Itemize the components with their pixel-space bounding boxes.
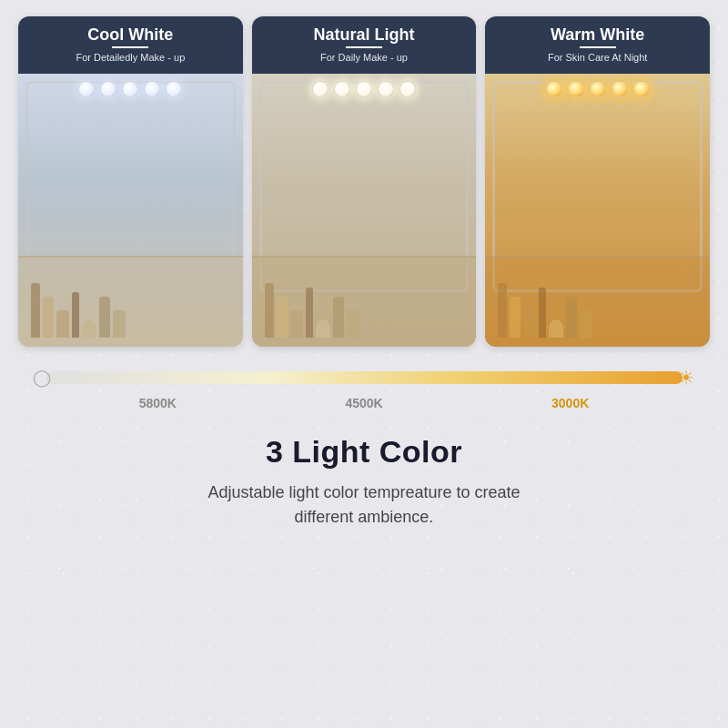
warm-white-image xyxy=(485,74,710,347)
warm-white-title: Warm White xyxy=(492,25,703,45)
product xyxy=(43,297,54,338)
warm-products xyxy=(494,265,701,338)
cool-products xyxy=(27,265,234,338)
product xyxy=(498,283,507,338)
natural-scene xyxy=(252,74,477,347)
slider-track-wrapper[interactable]: ◯ ☀ xyxy=(46,365,682,390)
cool-white-underline xyxy=(112,46,148,48)
product xyxy=(265,283,274,338)
bulb xyxy=(356,81,372,97)
product xyxy=(580,310,592,338)
bulb xyxy=(378,81,394,97)
warm-vanity-table xyxy=(485,256,710,347)
product xyxy=(99,297,110,338)
product xyxy=(56,310,69,338)
product xyxy=(72,292,79,338)
bulb xyxy=(590,81,606,97)
warm-light-icon: ☀ xyxy=(678,367,694,389)
product xyxy=(113,310,126,338)
product xyxy=(549,319,563,338)
product xyxy=(277,297,288,338)
card-header-cool: Cool White For Detailedly Make - up xyxy=(18,16,243,74)
bulb xyxy=(78,81,95,97)
product xyxy=(306,288,313,338)
page-wrapper: Cool White For Detailedly Make - up xyxy=(0,0,728,728)
cool-vanity-table xyxy=(18,256,243,347)
bulb xyxy=(100,81,116,97)
cool-bulbs xyxy=(78,81,182,97)
bulb xyxy=(334,81,350,97)
cool-white-image xyxy=(18,74,243,347)
product xyxy=(290,310,303,338)
cards-row: Cool White For Detailedly Make - up xyxy=(18,16,710,347)
card-natural-light: Natural Light For Daily Make - up xyxy=(252,16,477,347)
kelvin-4500: 4500K xyxy=(261,396,468,410)
bulb xyxy=(166,81,182,97)
cool-light-icon: ◯ xyxy=(33,368,51,388)
bulb xyxy=(612,81,628,97)
slider-section: ◯ ☀ 5800K 4500K 3000K xyxy=(18,365,710,410)
product xyxy=(31,283,40,338)
kelvin-3000: 3000K xyxy=(467,396,673,410)
cool-scene xyxy=(18,74,243,347)
warm-scene xyxy=(485,74,710,347)
subtitle: Adjustable light color tempreature to cr… xyxy=(36,480,692,530)
bulb xyxy=(144,81,160,97)
bulb xyxy=(399,81,416,97)
product xyxy=(82,319,96,338)
natural-light-underline xyxy=(346,46,382,48)
bulb xyxy=(546,81,562,97)
natural-products xyxy=(261,265,468,338)
product xyxy=(566,297,577,338)
product xyxy=(523,310,536,338)
natural-bulbs xyxy=(312,81,416,97)
subtitle-line1: Adjustable light color tempreature to cr… xyxy=(207,483,520,501)
bulb xyxy=(568,81,584,97)
kelvin-labels: 5800K 4500K 3000K xyxy=(46,390,682,410)
natural-light-title: Natural Light xyxy=(259,25,470,45)
product xyxy=(510,297,521,338)
warm-white-underline xyxy=(580,46,616,48)
bulb xyxy=(312,81,329,97)
card-cool-white: Cool White For Detailedly Make - up xyxy=(18,16,243,347)
bulb xyxy=(633,81,650,97)
bulb xyxy=(122,81,138,97)
cool-white-title: Cool White xyxy=(25,25,236,45)
slider-track[interactable]: ◯ ☀ xyxy=(46,371,682,384)
warm-white-subtitle: For Skin Care At Night xyxy=(492,52,703,63)
card-header-warm: Warm White For Skin Care At Night xyxy=(485,16,710,74)
kelvin-5800: 5800K xyxy=(55,396,261,410)
card-header-natural: Natural Light For Daily Make - up xyxy=(252,16,477,74)
natural-vanity-table xyxy=(252,256,477,347)
subtitle-line2: different ambience. xyxy=(295,508,434,526)
natural-light-image xyxy=(252,74,477,347)
cool-white-subtitle: For Detailedly Make - up xyxy=(25,52,236,63)
product xyxy=(333,297,344,338)
card-warm-white: Warm White For Skin Care At Night xyxy=(485,16,710,347)
natural-light-subtitle: For Daily Make - up xyxy=(259,52,470,63)
main-title: 3 Light Color xyxy=(36,434,692,470)
product xyxy=(539,288,546,338)
warm-bulbs xyxy=(546,81,650,97)
product xyxy=(316,319,330,338)
product xyxy=(347,310,359,338)
bottom-section: 3 Light Color Adjustable light color tem… xyxy=(18,425,710,530)
